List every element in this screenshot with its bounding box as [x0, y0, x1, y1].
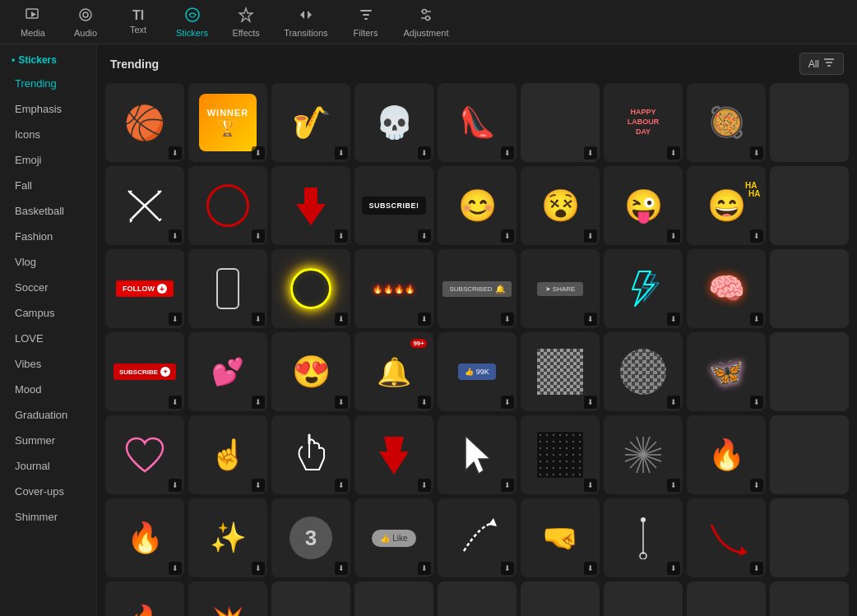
- sidebar-item-basketball[interactable]: Basketball: [3, 199, 93, 223]
- sidebar-item-love[interactable]: LOVE: [3, 327, 93, 350]
- sticker-like-count[interactable]: 👍 99K ⬇: [438, 332, 517, 411]
- sticker-subscribe-black[interactable]: SUBSCRIBE! ⬇: [354, 166, 433, 245]
- download-icon-37[interactable]: ⬇: [501, 479, 514, 492]
- sticker-dark-stars[interactable]: ⬇: [521, 415, 600, 494]
- download-icon-33[interactable]: ⬇: [169, 479, 182, 492]
- download-icon-3[interactable]: ⬇: [335, 146, 348, 160]
- download-icon-47[interactable]: ⬇: [667, 562, 680, 575]
- sticker-empty-9[interactable]: [354, 581, 433, 616]
- download-icon-22[interactable]: ⬇: [584, 313, 597, 326]
- sticker-empty-3[interactable]: [770, 166, 849, 245]
- sidebar-item-emoji[interactable]: Emoji: [3, 148, 93, 172]
- download-icon-12[interactable]: ⬇: [418, 229, 431, 243]
- sticker-pixel-gray1[interactable]: ⬇: [521, 332, 600, 411]
- download-icon-34[interactable]: ⬇: [252, 479, 265, 492]
- download-icon-42[interactable]: ⬇: [252, 562, 265, 575]
- download-icon-30[interactable]: ⬇: [584, 396, 597, 409]
- download-icon-15[interactable]: ⬇: [667, 229, 680, 243]
- download-icon-35[interactable]: ⬇: [335, 479, 348, 492]
- download-icon-39[interactable]: ⬇: [667, 479, 680, 492]
- download-icon-31[interactable]: ⬇: [667, 396, 680, 409]
- sticker-arrow-down-v[interactable]: ⬇: [354, 415, 433, 494]
- download-icon-18[interactable]: ⬇: [252, 313, 265, 326]
- sticker-starburst[interactable]: ⬇: [604, 415, 683, 494]
- sidebar-item-trending[interactable]: Trending: [3, 72, 93, 95]
- sticker-subscribe-red-btn[interactable]: SUBSCRIBE + ⬇: [105, 332, 184, 411]
- sidebar-item-fall[interactable]: Fall: [3, 174, 93, 197]
- sidebar-item-soccer[interactable]: Soccer: [3, 276, 93, 299]
- download-icon-24[interactable]: ⬇: [750, 313, 763, 326]
- nav-audio[interactable]: Audio: [61, 3, 110, 41]
- sticker-like-btn[interactable]: 👍 Like ⬇: [354, 498, 433, 577]
- sticker-love-eyes-emoji[interactable]: 😍 ⬇: [271, 332, 350, 411]
- sticker-winner[interactable]: WINNER 🏆 ⬇: [188, 83, 267, 162]
- download-icon-46[interactable]: ⬇: [584, 562, 597, 575]
- download-icon-21[interactable]: ⬇: [501, 313, 514, 326]
- sticker-glow-ring[interactable]: ⬇: [271, 249, 350, 328]
- sticker-bell-badge[interactable]: 🔔 99+ ⬇: [354, 332, 433, 411]
- sidebar-item-summer[interactable]: Summer: [3, 428, 93, 452]
- sidebar-item-campus[interactable]: Campus: [3, 301, 93, 325]
- sticker-flame-red[interactable]: 🔥 ⬇: [687, 415, 766, 494]
- sticker-red-arrow-down[interactable]: ⬇: [271, 166, 350, 245]
- sticker-empty-1[interactable]: ⬇: [521, 83, 600, 162]
- sidebar-item-graduation[interactable]: Graduation: [3, 403, 93, 427]
- sticker-empty-10[interactable]: [438, 581, 517, 616]
- sticker-empty-13[interactable]: [687, 581, 766, 616]
- sidebar-item-shimmer[interactable]: Shimmer: [3, 505, 93, 529]
- download-icon-28[interactable]: ⬇: [418, 396, 431, 409]
- sticker-cursor-white[interactable]: ⬇: [438, 415, 517, 494]
- sidebar-item-emphasis[interactable]: Emphasis: [3, 97, 93, 121]
- download-icon-20[interactable]: ⬇: [418, 313, 431, 326]
- sticker-bowl[interactable]: 🥘 ⬇: [687, 83, 766, 162]
- sticker-red-circle[interactable]: ⬇: [188, 166, 267, 245]
- sticker-arrows[interactable]: ⬇: [105, 166, 184, 245]
- nav-effects[interactable]: Effects: [221, 3, 271, 41]
- download-icon-1[interactable]: ⬇: [169, 146, 182, 160]
- download-icon-11[interactable]: ⬇: [335, 229, 348, 243]
- sidebar-item-journal[interactable]: Journal: [3, 454, 93, 478]
- nav-media[interactable]: Media: [8, 3, 58, 41]
- filter-button[interactable]: All: [799, 53, 844, 75]
- sticker-skull[interactable]: 💀 ⬇: [354, 83, 433, 162]
- nav-adjustment[interactable]: Adjustment: [394, 3, 459, 41]
- sticker-emoji-dizzy[interactable]: 😵 ⬇: [521, 166, 600, 245]
- sticker-ha-ha[interactable]: 😄 HA HA ⬇: [687, 166, 766, 245]
- sticker-subscribed-btn[interactable]: SUBSCRIBED 🔔 ⬇: [438, 249, 517, 328]
- download-icon-23[interactable]: ⬇: [667, 313, 680, 326]
- sidebar-item-fashion[interactable]: Fashion: [3, 225, 93, 248]
- sticker-hand-yellow[interactable]: 🤜 ⬇: [521, 498, 600, 577]
- download-icon-17[interactable]: ⬇: [169, 313, 182, 326]
- download-icon-7[interactable]: ⬇: [667, 146, 680, 160]
- sidebar-item-mood[interactable]: Mood: [3, 377, 93, 401]
- sticker-arrow-curved-white[interactable]: ⬇: [438, 498, 517, 577]
- download-icon-6[interactable]: ⬇: [584, 146, 597, 160]
- download-icon-2[interactable]: ⬇: [252, 146, 265, 160]
- sticker-arrow-red-curved[interactable]: ⬇: [687, 498, 766, 577]
- download-icon-41[interactable]: ⬇: [169, 562, 182, 575]
- download-icon-44[interactable]: ⬇: [418, 562, 431, 575]
- sticker-heart-outline[interactable]: ⬇: [105, 415, 184, 494]
- sticker-basketball[interactable]: 🏀 ⬇: [105, 83, 184, 162]
- download-icon-36[interactable]: ⬇: [418, 479, 431, 492]
- sidebar-item-vlog[interactable]: Vlog: [3, 250, 93, 274]
- sticker-empty-14[interactable]: [770, 581, 849, 616]
- download-icon-10[interactable]: ⬇: [252, 229, 265, 243]
- nav-text[interactable]: TI Text: [113, 6, 163, 38]
- download-icon-9[interactable]: ⬇: [169, 229, 182, 243]
- download-icon-19[interactable]: ⬇: [335, 313, 348, 326]
- sticker-empty-12[interactable]: [604, 581, 683, 616]
- sticker-finger-point[interactable]: ☝️ ⬇: [188, 415, 267, 494]
- sticker-countdown-3[interactable]: 3 ⬇: [271, 498, 350, 577]
- download-icon-25[interactable]: ⬇: [169, 396, 182, 409]
- sticker-phone[interactable]: ⬇: [188, 249, 267, 328]
- download-icon-5[interactable]: ⬇: [501, 146, 514, 160]
- download-icon-13[interactable]: ⬇: [501, 229, 514, 243]
- download-icon-43[interactable]: ⬇: [335, 562, 348, 575]
- sidebar-item-icons[interactable]: Icons: [3, 123, 93, 146]
- sticker-bottom-2[interactable]: 💥 ⬇: [188, 581, 267, 616]
- sticker-share-btn[interactable]: ➤ SHARE ⬇: [521, 249, 600, 328]
- download-icon-29[interactable]: ⬇: [501, 396, 514, 409]
- sidebar-item-coverups[interactable]: Cover-ups: [3, 479, 93, 503]
- sticker-bottom-1[interactable]: 🔥 ⬇: [105, 581, 184, 616]
